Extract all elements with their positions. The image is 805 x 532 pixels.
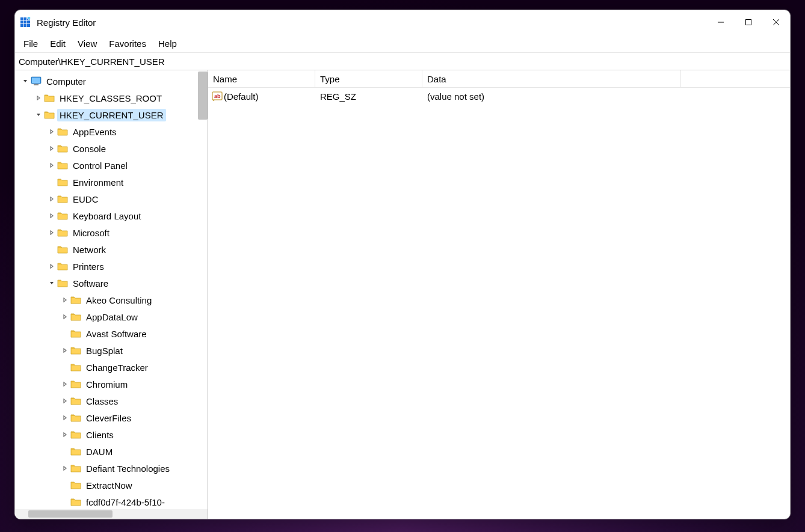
scrollbar-thumb[interactable] [28, 510, 113, 518]
tree-item-bugsplat[interactable]: BugSplat [17, 342, 208, 359]
tree-item-label: Control Panel [70, 159, 130, 172]
expand-toggle-icon[interactable] [61, 346, 69, 355]
column-header-type[interactable]: Type [315, 70, 422, 87]
address-bar[interactable]: Computer\HKEY_CURRENT_USER [15, 53, 790, 70]
tree-item-software[interactable]: Software [17, 275, 208, 292]
tree-horizontal-scrollbar[interactable] [15, 509, 208, 519]
computer-icon [31, 76, 42, 86]
minimize-button[interactable] [707, 10, 735, 34]
tree-item-hkey-classes-root[interactable]: HKEY_CLASSES_ROOT [17, 90, 208, 106]
folder-icon [70, 497, 81, 507]
menu-file[interactable]: File [17, 37, 44, 50]
tree-item-printers[interactable]: Printers [17, 258, 208, 275]
menu-view[interactable]: View [72, 37, 103, 50]
values-pane: Name Type Data ab [208, 70, 790, 519]
folder-icon [70, 295, 81, 305]
column-header-data[interactable]: Data [422, 70, 681, 87]
tree-item-appdatalow[interactable]: AppDataLow [17, 308, 208, 325]
tree-item-label: DAUM [84, 445, 115, 458]
menu-favorites[interactable]: Favorites [103, 37, 152, 50]
app-icon [20, 17, 31, 28]
titlebar[interactable]: Registry Editor [15, 10, 790, 34]
column-header-extra[interactable] [681, 70, 790, 87]
expand-toggle-icon[interactable] [48, 144, 56, 153]
expand-toggle-icon[interactable] [61, 464, 69, 472]
tree-item-chromium[interactable]: Chromium [17, 376, 208, 393]
tree-item-console[interactable]: Console [17, 140, 208, 157]
expand-toggle-icon[interactable] [34, 111, 43, 119]
folder-icon [70, 312, 81, 322]
tree-item-defiant-technologies[interactable]: Defiant Technologies [17, 460, 208, 477]
values-list[interactable]: ab (Default) REG_SZ (value not set) [208, 88, 790, 519]
maximize-button[interactable] [735, 10, 762, 34]
tree-item-daum[interactable]: DAUM [17, 443, 208, 460]
column-header-name[interactable]: Name [208, 70, 315, 87]
string-value-icon: ab [212, 91, 223, 102]
folder-icon [70, 430, 81, 439]
tree-item-label: HKEY_CLASSES_ROOT [57, 92, 164, 105]
folder-icon [57, 211, 68, 221]
tree-item-environment[interactable]: Environment [17, 174, 208, 191]
address-text: Computer\HKEY_CURRENT_USER [19, 57, 165, 67]
folder-icon [70, 463, 81, 473]
tree-item-hkey-current-user[interactable]: HKEY_CURRENT_USER [17, 106, 208, 123]
expand-toggle-icon[interactable] [48, 127, 56, 136]
tree-item-keyboard-layout[interactable]: Keyboard Layout [17, 207, 208, 224]
tree-item-eudc[interactable]: EUDC [17, 191, 208, 207]
tree-item-label: Printers [70, 260, 106, 273]
tree-item-label: AppEvents [70, 126, 119, 138]
tree-item-label: Software [70, 277, 111, 290]
expand-toggle-icon[interactable] [61, 430, 69, 439]
tree-item-label: Chromium [84, 378, 130, 391]
folder-icon [57, 278, 68, 288]
tree-item-akeo-consulting[interactable]: Akeo Consulting [17, 292, 208, 308]
expand-toggle-icon[interactable] [48, 212, 56, 220]
tree-item-label: Classes [84, 395, 120, 408]
svg-point-5 [28, 17, 31, 20]
values-header: Name Type Data [208, 70, 790, 88]
tree-item-label: fcdf0d7f-424b-5f10- [84, 496, 167, 509]
folder-icon [44, 110, 55, 120]
registry-editor-window: Registry Editor File Edit Vi [14, 10, 791, 519]
tree-item-label: Console [70, 142, 108, 155]
tree-item-computer[interactable]: Computer [17, 73, 208, 90]
menu-help[interactable]: Help [152, 37, 183, 50]
window-title: Registry Editor [37, 17, 96, 28]
expand-toggle-icon[interactable] [48, 195, 56, 203]
value-row[interactable]: ab (Default) REG_SZ (value not set) [208, 88, 790, 105]
tree-item-network[interactable]: Network [17, 241, 208, 258]
svg-rect-7 [746, 20, 751, 25]
expand-toggle-icon[interactable] [48, 262, 56, 271]
tree-item-avast-software[interactable]: Avast Software [17, 325, 208, 342]
expand-toggle-icon[interactable] [48, 161, 56, 170]
expand-toggle-icon[interactable] [61, 296, 69, 304]
svg-text:ab: ab [214, 93, 221, 99]
expand-toggle-icon[interactable] [61, 414, 69, 422]
tree-item-fcdf0d7f-424b-5f10[interactable]: fcdf0d7f-424b-5f10- [17, 494, 208, 509]
expand-toggle-icon[interactable] [21, 77, 29, 85]
menu-edit[interactable]: Edit [44, 37, 72, 50]
tree-item-appevents[interactable]: AppEvents [17, 123, 208, 140]
expand-toggle-icon[interactable] [61, 380, 69, 388]
folder-icon [57, 261, 68, 271]
tree-item-microsoft[interactable]: Microsoft [17, 224, 208, 241]
svg-rect-11 [32, 78, 40, 83]
tree-item-label: Keyboard Layout [70, 210, 143, 222]
expand-toggle-icon[interactable] [48, 279, 56, 287]
tree-item-classes[interactable]: Classes [17, 393, 208, 409]
tree-item-clients[interactable]: Clients [17, 426, 208, 443]
close-button[interactable] [762, 10, 790, 34]
tree-item-changetracker[interactable]: ChangeTracker [17, 359, 208, 376]
expand-toggle-icon[interactable] [61, 313, 69, 321]
tree-item-control-panel[interactable]: Control Panel [17, 157, 208, 174]
registry-tree[interactable]: ComputerHKEY_CLASSES_ROOTHKEY_CURRENT_US… [15, 70, 208, 509]
folder-icon [70, 447, 81, 456]
tree-item-label: Akeo Consulting [84, 294, 154, 307]
expand-toggle-icon[interactable] [61, 397, 69, 405]
folder-icon [57, 177, 68, 187]
tree-item-cleverfiles[interactable]: CleverFiles [17, 409, 208, 426]
tree-item-label: EUDC [70, 193, 101, 206]
expand-toggle-icon[interactable] [34, 94, 43, 102]
tree-item-extractnow[interactable]: ExtractNow [17, 477, 208, 494]
expand-toggle-icon[interactable] [48, 228, 56, 237]
